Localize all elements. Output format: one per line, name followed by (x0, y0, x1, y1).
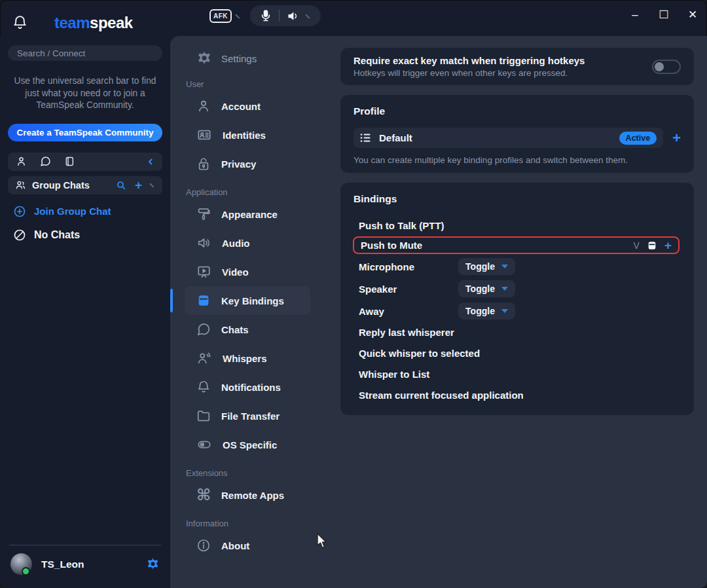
binding-row-quick-whisper[interactable]: Quick whisper to selected (359, 343, 681, 363)
exact-key-match-title: Require exact key match when triggering … (354, 55, 652, 66)
user-settings-gear-icon[interactable] (146, 557, 160, 571)
sidebar-divider (9, 545, 161, 545)
nav-item-key-bindings[interactable]: Key Bindings (185, 286, 310, 315)
nav-item-whispers[interactable]: Whispers (170, 344, 340, 373)
binding-label: Push to Talk (PTT) (359, 220, 444, 231)
notifications-bell-icon (196, 380, 211, 394)
settings-nav: Settings User Account Identities (170, 36, 340, 588)
profile-name: Default (379, 132, 611, 143)
binding-label: Away (359, 306, 458, 317)
notifications-bell-icon[interactable] (12, 14, 28, 31)
minimize-button[interactable]: – (621, 0, 649, 29)
sidebar: Use the universal search bar to find jus… (0, 36, 170, 588)
binding-row-reply-last-whisperer[interactable]: Reply last whisperer (359, 322, 681, 342)
speaker-icon[interactable] (286, 9, 300, 23)
plus-circle-icon (13, 205, 26, 218)
nav-label: Video (222, 266, 249, 278)
nav-label: File Transfer (221, 411, 280, 422)
nav-item-about[interactable]: About (170, 531, 340, 560)
binding-row-push-to-mute[interactable]: Push to Mute V + (353, 236, 680, 254)
exact-key-match-subtitle: Hotkeys will trigger even when other key… (354, 68, 652, 78)
binding-row-away[interactable]: Away Toggle (359, 301, 681, 321)
remote-apps-command-icon: ⌘ (196, 488, 211, 502)
group-chats-icon (14, 179, 27, 191)
create-community-button[interactable]: Create a TeamSpeak Community (8, 124, 162, 141)
dropdown-chevron-icon (501, 309, 508, 313)
close-button[interactable]: ✕ (678, 0, 707, 29)
nav-item-os-specific[interactable]: OS Specific (170, 430, 340, 459)
binding-row-whisper-to-list[interactable]: Whisper to List (359, 364, 681, 384)
exact-key-match-toggle[interactable] (652, 60, 681, 74)
user-name: TS_Leon (41, 559, 137, 570)
nav-item-notifications[interactable]: Notifications (170, 373, 340, 401)
dropdown-chevron-icon (501, 265, 508, 268)
teamspeak-logo: teamspeak (54, 14, 133, 32)
audio-devices-pill (250, 5, 321, 26)
search-chats-icon[interactable] (116, 180, 126, 191)
address-book-icon[interactable] (64, 156, 75, 167)
key-bindings-content: Require exact key match when triggering … (340, 36, 707, 588)
maximize-button[interactable]: ☐ (649, 0, 678, 29)
title-bar: teamspeak AFK (0, 0, 707, 36)
add-profile-button[interactable]: + (672, 131, 681, 145)
binding-row-stream-focused-app[interactable]: Stream current focused application (359, 385, 681, 405)
chats-bubble-icon[interactable] (40, 156, 51, 167)
nav-item-video[interactable]: Video (170, 257, 340, 286)
afk-status-badge[interactable]: AFK (209, 9, 232, 23)
section-label-extensions: Extensions (170, 459, 340, 481)
nav-item-appearance[interactable]: Appearance (170, 200, 340, 229)
nav-item-chats[interactable]: Chats (170, 315, 340, 344)
add-chat-plus-icon[interactable]: + (135, 179, 142, 191)
collapse-chevron-left-icon[interactable] (147, 158, 154, 166)
search-input[interactable] (8, 45, 162, 61)
no-chats-label: No Chats (34, 229, 80, 241)
binding-label: Push to Mute (361, 240, 422, 251)
profile-card: Profile Default Active + You can creat (340, 95, 694, 173)
afk-chevron-down-icon[interactable] (235, 11, 242, 18)
add-binding-button[interactable]: + (664, 239, 672, 251)
away-mode-dropdown[interactable]: Toggle (458, 303, 515, 320)
sidebar-toolbar (8, 153, 162, 171)
file-transfer-folder-icon (196, 409, 211, 423)
nav-item-privacy[interactable]: Privacy (170, 149, 340, 178)
nav-label: Whispers (223, 353, 267, 364)
nav-label: About (221, 540, 249, 551)
binding-row-ptt[interactable]: Push to Talk (PTT) (359, 215, 681, 235)
bindings-title: Bindings (354, 193, 681, 205)
nav-item-audio[interactable]: Audio (170, 229, 340, 257)
contacts-person-icon[interactable] (16, 156, 27, 167)
join-group-chat-row[interactable]: Join Group Chat (13, 205, 162, 218)
current-user-row[interactable]: TS_Leon (8, 553, 162, 579)
nav-item-identities[interactable]: Identities (170, 120, 340, 149)
about-info-icon (196, 538, 211, 553)
account-person-icon (196, 99, 211, 113)
microphone-mode-dropdown[interactable]: Toggle (458, 258, 515, 275)
active-badge: Active (619, 132, 657, 145)
microphone-icon[interactable] (259, 9, 272, 23)
teamspeak-window: teamspeak AFK (0, 0, 707, 588)
binding-label: Reply last whisperer (359, 327, 454, 338)
binding-label: Microphone (359, 261, 458, 272)
binding-label: Speaker (359, 284, 458, 295)
binding-row-microphone[interactable]: Microphone Toggle (359, 257, 681, 276)
whispers-icon (196, 351, 212, 365)
nav-label: Identities (223, 130, 266, 141)
avatar[interactable] (10, 553, 32, 575)
nav-item-remote-apps[interactable]: ⌘ Remote Apps (170, 481, 340, 509)
nav-label: Appearance (221, 209, 278, 220)
group-chats-label: Group Chats (32, 180, 111, 191)
group-chats-chevron-down-icon[interactable] (149, 180, 156, 187)
profile-default-row[interactable]: Default Active (354, 128, 663, 148)
sidebar-intro-text: Use the universal search bar to find jus… (12, 75, 158, 112)
nav-item-file-transfer[interactable]: File Transfer (170, 401, 340, 430)
binding-row-speaker[interactable]: Speaker Toggle (359, 279, 681, 299)
os-specific-toggle-icon (196, 437, 212, 452)
nav-label: Remote Apps (221, 490, 284, 501)
nav-label: Notifications (221, 382, 281, 393)
key-bindings-keycap-icon (196, 293, 211, 308)
speaker-chevron-down-icon[interactable] (305, 11, 312, 18)
group-chats-header[interactable]: Group Chats + (8, 176, 162, 194)
nav-label: Key Bindings (221, 295, 284, 306)
nav-item-account[interactable]: Account (170, 92, 340, 120)
speaker-mode-dropdown[interactable]: Toggle (458, 280, 515, 297)
